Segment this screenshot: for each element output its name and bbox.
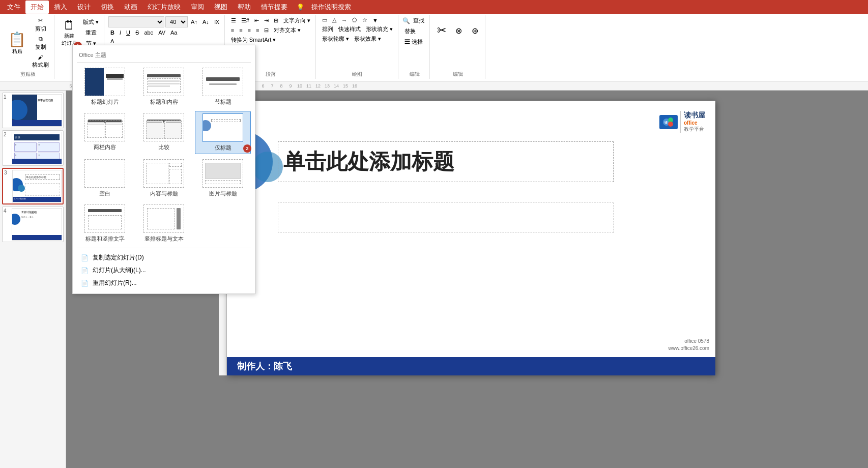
menu-storyboard[interactable]: 情节提要	[256, 1, 293, 14]
slide-thumb-4[interactable]: 4 工作计划总结 制作人：某人	[2, 207, 64, 242]
layout-action-copy[interactable]: 📄 复制选定幻灯片(D)	[77, 251, 251, 264]
layout-section-title[interactable]: 节标题	[195, 66, 251, 108]
menu-transition[interactable]: 切换	[96, 1, 119, 14]
font-color-button[interactable]: A	[108, 38, 116, 45]
layout-vertical-title-text[interactable]: 竖排标题与文本	[136, 202, 192, 245]
layout-two-col[interactable]: 两栏内容	[77, 111, 133, 154]
cut-button[interactable]: ✂ 剪切	[30, 16, 51, 34]
menu-insert[interactable]: 插入	[49, 1, 72, 14]
text-case-button[interactable]: Aa	[168, 29, 179, 36]
clear-format-button[interactable]: Ⅸ	[212, 18, 221, 26]
quick-styles-button[interactable]: 快速样式	[336, 25, 363, 34]
find-button[interactable]: 查找	[411, 16, 426, 25]
slide-thumb-2[interactable]: 2 目录 ● ● ● ●	[2, 130, 64, 166]
menu-search[interactable]: 操作说明搜索	[306, 1, 356, 14]
italic-button[interactable]: I	[118, 29, 123, 36]
shape-effect-button[interactable]: 形状效果 ▾	[352, 35, 383, 43]
layout-content-title[interactable]: 内容与标题	[136, 157, 192, 199]
justify-button[interactable]: ≡	[254, 27, 261, 34]
menu-slideshow[interactable]: 幻灯片放映	[142, 1, 186, 14]
replace-button[interactable]: 替换	[402, 27, 418, 36]
reset-button[interactable]: 重置	[81, 28, 101, 38]
slide-1-content: 四季会议汇报	[12, 95, 62, 126]
shape-pentagon-button[interactable]: ⬠	[350, 16, 359, 24]
menu-file[interactable]: 文件	[2, 1, 25, 14]
layout-action-outline[interactable]: 📄 幻灯片(从大纲)(L)...	[77, 264, 251, 277]
slide-title-placeholder[interactable]: 单击此处添加标题	[283, 148, 454, 176]
menu-help[interactable]: 帮助	[233, 1, 256, 14]
new-slide-button[interactable]: 🗒 新建 幻灯片 1	[59, 16, 80, 49]
text-shadow-button[interactable]: abc	[142, 29, 155, 36]
shape-fill-button[interactable]: 形状填充 ▾	[364, 25, 395, 34]
slide-thumb-1[interactable]: 1 四季会议汇报	[2, 93, 64, 128]
slide-subtitle-area[interactable]	[278, 202, 614, 233]
numbering-button[interactable]: ☰#	[239, 17, 251, 24]
shapes-more-button[interactable]: ▼	[370, 17, 380, 24]
slide-preview-4: 工作计划总结 制作人：某人	[12, 208, 62, 241]
columns-button[interactable]: ⊟	[262, 26, 271, 34]
slide-preview-1: 四季会议汇报	[12, 94, 62, 127]
shape-outline-button[interactable]: 形状轮廓 ▾	[320, 35, 351, 43]
align-center-button[interactable]: ≡	[237, 27, 244, 34]
add-remove-column-button[interactable]: ⊞	[272, 17, 280, 24]
layout-title-slide[interactable]: 标题幻灯片	[77, 66, 133, 108]
menu-review[interactable]: 审阅	[186, 1, 209, 14]
copy-button[interactable]: ⧉ 复制	[30, 35, 51, 52]
slide-1-title: 四季会议汇报	[38, 99, 61, 102]
arrange-button[interactable]: 排列	[320, 25, 335, 34]
menu-home[interactable]: 开始	[25, 1, 49, 14]
slide-canvas[interactable]: 单击此处添加标题 读	[227, 101, 715, 375]
layout-compare[interactable]: 比较	[136, 111, 192, 154]
slide-3-bar: 工作计划目标	[13, 197, 61, 202]
layout-title-vertical[interactable]: 标题和竖排文字	[77, 202, 133, 245]
format-painter-button[interactable]: 🖌 格式刷	[30, 53, 51, 70]
shape-triangle-button[interactable]: △	[330, 16, 338, 24]
menu-animation[interactable]: 动画	[119, 1, 142, 14]
combine-button[interactable]: ⊕	[468, 16, 482, 45]
char-spacing-button[interactable]: AV	[156, 29, 167, 36]
select-button[interactable]: ☰ 选择	[402, 38, 425, 46]
underline-button[interactable]: U	[124, 29, 132, 36]
align-right-button[interactable]: ≡	[246, 27, 253, 34]
paste-button[interactable]: 📋 粘贴	[5, 29, 29, 57]
strikethrough-button[interactable]: S	[133, 29, 141, 36]
paste-icon: 📋	[8, 31, 26, 48]
layout-preview-two-col	[84, 113, 125, 141]
convert-smartart-button[interactable]: 转换为 SmartArt ▾	[229, 36, 278, 44]
layout-title-content[interactable]: 标题和内容	[136, 66, 192, 108]
layout-button[interactable]: 版式 ▾	[81, 17, 101, 27]
shape-star-button[interactable]: ☆	[360, 16, 369, 24]
intersect-button[interactable]: ⊗	[451, 16, 466, 45]
align-left-button[interactable]: ≡	[229, 27, 236, 34]
menu-view[interactable]: 视图	[209, 1, 233, 14]
layout-picture-title[interactable]: 图片与标题	[195, 157, 251, 199]
shape-rect-button[interactable]: ▭	[320, 16, 329, 24]
slide-title-area[interactable]: 单击此处添加标题	[278, 141, 614, 182]
layout-preview-picture-title	[202, 159, 243, 188]
layout-label-title-vertical: 标题和竖排文字	[85, 235, 125, 243]
increase-indent-button[interactable]: ⇥	[262, 17, 271, 24]
clipboard-buttons: 📋 粘贴 ✂ 剪切 ⧉ 复制 🖌 格式刷	[5, 16, 51, 70]
menu-design[interactable]: 设计	[72, 1, 96, 14]
bold-button[interactable]: B	[108, 29, 117, 36]
layout-blank[interactable]: 空白	[77, 157, 133, 199]
text-direction-button[interactable]: 文字方向 ▾	[281, 16, 312, 25]
shape-arrow-button[interactable]: →	[339, 17, 349, 24]
bullets-button[interactable]: ☰	[229, 17, 238, 24]
slide-preview-2: 目录 ● ● ● ●	[12, 132, 62, 164]
font-size-select[interactable]: 40	[165, 16, 188, 27]
drawing-group-label: 绘图	[352, 70, 362, 78]
increase-font-button[interactable]: A↑	[189, 18, 199, 25]
crop-button[interactable]: ✂	[434, 16, 449, 45]
layout-label-title-content: 标题和内容	[150, 98, 178, 106]
font-name-select[interactable]	[108, 16, 164, 27]
decrease-font-button[interactable]: A↓	[200, 18, 211, 25]
logo-svg: 读	[662, 117, 675, 127]
logo-icon-area: 读	[659, 115, 678, 129]
layout-action-reuse[interactable]: 📄 重用幻灯片(R)...	[77, 277, 251, 289]
align-text-button[interactable]: 对齐文本 ▾	[272, 26, 303, 35]
slide-thumb-3[interactable]: 3 单击此处添加标题 工作计划目标	[2, 168, 64, 204]
slide-icon: 🗒	[63, 18, 75, 33]
decrease-indent-button[interactable]: ⇤	[252, 17, 261, 24]
layout-title-only[interactable]: 2 仅标题	[195, 111, 251, 154]
